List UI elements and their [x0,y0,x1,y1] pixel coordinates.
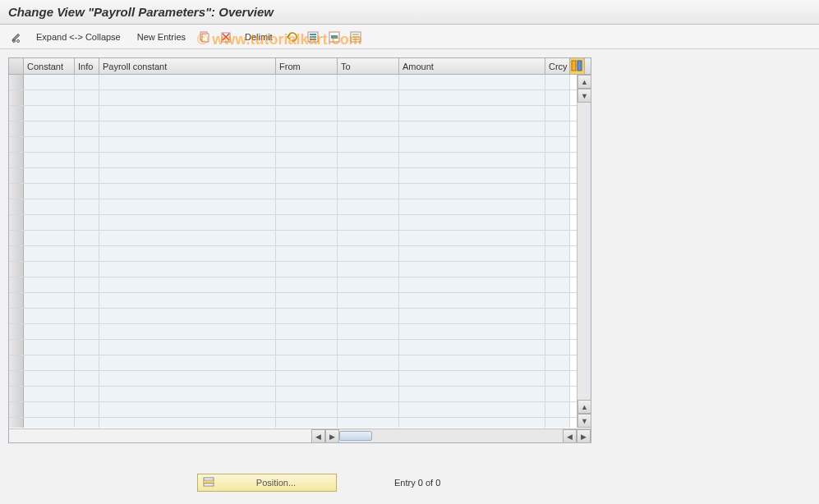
cell-constant[interactable] [24,75,75,89]
cell-constant[interactable] [24,309,75,323]
cell-amount[interactable] [399,231,545,245]
cell-payroll-constant[interactable] [99,402,276,417]
cell-crcy[interactable] [545,355,570,370]
scroll-up-bottom-button[interactable]: ▲ [577,400,591,414]
cell-crcy[interactable] [545,309,570,323]
cell-from[interactable] [276,184,338,199]
cell-constant[interactable] [24,121,75,136]
cell-crcy[interactable] [545,324,570,339]
cell-payroll-constant[interactable] [99,418,276,428]
cell-to[interactable] [338,293,399,308]
row-selector[interactable] [9,418,24,428]
row-selector[interactable] [9,293,24,308]
cell-from[interactable] [276,246,338,261]
cell-to[interactable] [338,418,399,428]
row-selector[interactable] [9,137,24,152]
cell-info[interactable] [75,355,99,370]
cell-info[interactable] [75,262,99,277]
col-crcy[interactable]: Crcy [545,58,570,74]
new-entries-button[interactable]: New Entries [131,29,192,45]
cell-info[interactable] [75,168,99,183]
cell-constant[interactable] [24,215,75,230]
cell-payroll-constant[interactable] [99,324,276,339]
horizontal-scrollbar[interactable]: ◀ ▶ ◀ ▶ [9,428,591,442]
row-selector[interactable] [9,262,24,277]
cell-from[interactable] [276,402,338,417]
cell-constant[interactable] [24,293,75,308]
delete-button[interactable] [217,29,235,45]
cell-from[interactable] [276,137,338,152]
cell-amount[interactable] [399,277,545,292]
cell-amount[interactable] [399,371,545,386]
cell-info[interactable] [75,340,99,355]
scroll-down-small-button[interactable]: ▼ [577,89,591,103]
cell-crcy[interactable] [545,75,570,89]
cell-info[interactable] [75,75,99,89]
cell-from[interactable] [276,309,338,323]
cell-crcy[interactable] [545,371,570,386]
cell-to[interactable] [338,387,399,401]
cell-info[interactable] [75,90,99,105]
row-selector[interactable] [9,121,24,136]
cell-to[interactable] [338,168,399,183]
cell-crcy[interactable] [545,199,570,214]
copy-button[interactable] [196,29,214,45]
cell-to[interactable] [338,262,399,277]
col-payroll-constant[interactable]: Payroll constant [99,58,276,74]
cell-amount[interactable] [399,137,545,152]
cell-from[interactable] [276,106,338,121]
cell-from[interactable] [276,293,338,308]
cell-crcy[interactable] [545,293,570,308]
col-constant[interactable]: Constant [24,58,75,74]
cell-payroll-constant[interactable] [99,309,276,323]
cell-info[interactable] [75,137,99,152]
cell-info[interactable] [75,106,99,121]
cell-amount[interactable] [399,355,545,370]
cell-to[interactable] [338,215,399,230]
row-selector[interactable] [9,75,24,89]
col-from[interactable]: From [276,58,338,74]
cell-info[interactable] [75,184,99,199]
cell-info[interactable] [75,121,99,136]
cell-crcy[interactable] [545,277,570,292]
cell-to[interactable] [338,153,399,167]
cell-from[interactable] [276,340,338,355]
cell-payroll-constant[interactable] [99,106,276,121]
row-selector[interactable] [9,371,24,386]
cell-to[interactable] [338,309,399,323]
select-all-button[interactable] [304,29,322,45]
cell-constant[interactable] [24,153,75,167]
cell-constant[interactable] [24,387,75,401]
row-selector[interactable] [9,168,24,183]
cell-amount[interactable] [399,75,545,89]
expand-collapse-button[interactable]: Expand <-> Collapse [30,29,127,45]
cell-constant[interactable] [24,277,75,292]
cell-crcy[interactable] [545,90,570,105]
cell-constant[interactable] [24,231,75,245]
row-selector[interactable] [9,277,24,292]
cell-info[interactable] [75,199,99,214]
cell-info[interactable] [75,231,99,245]
row-selector[interactable] [9,106,24,121]
cell-to[interactable] [338,121,399,136]
cell-amount[interactable] [399,246,545,261]
cell-from[interactable] [276,90,338,105]
col-amount[interactable]: Amount [399,58,545,74]
row-selector[interactable] [9,387,24,401]
cell-amount[interactable] [399,402,545,417]
cell-payroll-constant[interactable] [99,355,276,370]
col-to[interactable]: To [338,58,399,74]
cell-from[interactable] [276,168,338,183]
cell-payroll-constant[interactable] [99,293,276,308]
row-selector[interactable] [9,340,24,355]
cell-constant[interactable] [24,371,75,386]
cell-payroll-constant[interactable] [99,121,276,136]
row-selector[interactable] [9,215,24,230]
cell-payroll-constant[interactable] [99,90,276,105]
cell-amount[interactable] [399,293,545,308]
cell-crcy[interactable] [545,153,570,167]
row-selector[interactable] [9,246,24,261]
cell-amount[interactable] [399,184,545,199]
scroll-right-button[interactable]: ▶ [577,429,591,443]
scroll-right-inner-button[interactable]: ▶ [325,429,339,443]
